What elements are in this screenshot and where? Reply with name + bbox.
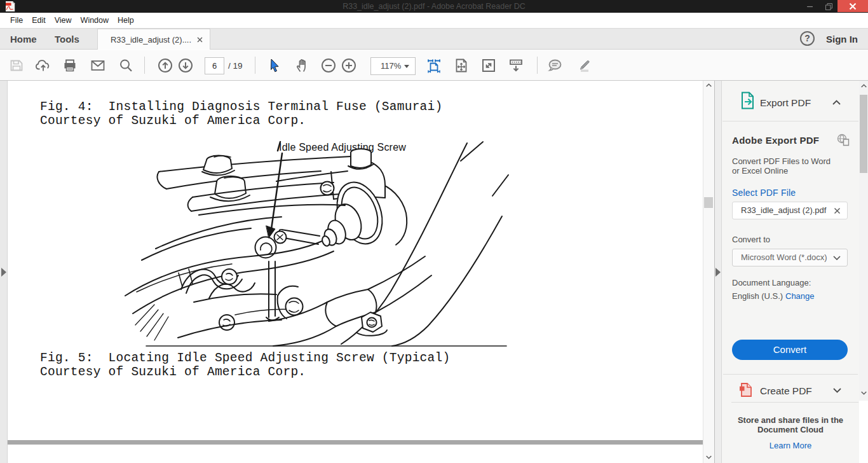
panel-collapse-strip [715, 81, 722, 463]
create-pdf-header[interactable]: Create PDF [760, 385, 812, 397]
convert-button[interactable]: Convert [732, 340, 848, 360]
format-value: Microsoft Word (*.docx) [741, 249, 827, 266]
figure4-caption: Fig. 4: Installing Diagnosis Terminal Fu… [40, 100, 442, 128]
search-icon[interactable] [118, 58, 133, 73]
print-icon[interactable] [62, 58, 78, 73]
left-pane-expand-icon[interactable] [1, 268, 6, 277]
panel-divider [731, 402, 858, 403]
share-cloud-icon[interactable] [36, 58, 51, 73]
panel-divider [722, 121, 858, 121]
selected-file-name: R33_idle_adjust (2).pdf [741, 202, 826, 219]
tab-close-icon[interactable] [196, 36, 203, 43]
toolbar-separator [537, 57, 538, 74]
sign-in-button[interactable]: Sign In [826, 29, 858, 50]
remove-file-icon[interactable] [834, 207, 841, 214]
hide-toolbar-icon[interactable] [508, 58, 524, 73]
tab-bar: Home Tools R33_idle_adjust (2).... ? Sig… [0, 28, 868, 50]
menu-help[interactable]: Help [113, 13, 139, 28]
restore-icon [825, 3, 832, 10]
figure4-caption-line1: Fig. 4: Installing Diagnosis Terminal Fu… [40, 100, 442, 114]
close-icon [849, 3, 857, 10]
tools-panel: Export PDF Adobe Export PDF Convert PDF … [722, 81, 859, 463]
format-dropdown[interactable]: Microsoft Word (*.docx) [732, 249, 848, 266]
engine-diagram [118, 135, 524, 352]
figure5-caption-line1: Fig. 5: Locating Idle Speed Adjusting Sc… [40, 351, 450, 365]
scroll-down-icon[interactable] [703, 455, 714, 459]
document-scrollbar-thumb[interactable] [704, 197, 713, 208]
figure4-caption-line2: Courtesy of Suzuki of America Corp. [40, 114, 306, 128]
title-bar: R33_idle_adjust (2).pdf - Adobe Acrobat … [0, 0, 868, 13]
highlight-icon[interactable] [575, 58, 590, 73]
window-title: R33_idle_adjust (2).pdf - Adobe Acrobat … [0, 0, 868, 13]
dropdown-chevron-icon [833, 256, 841, 260]
figure5-caption-line2: Courtesy of Suzuki of America Corp. [40, 365, 306, 379]
toolbar-separator [144, 57, 145, 74]
expand-chevron-icon[interactable] [833, 388, 841, 393]
minimize-button[interactable] [800, 0, 820, 13]
page-separator-bar [8, 440, 703, 445]
export-pdf-icon [740, 92, 756, 109]
document-scrollbar[interactable] [703, 81, 715, 463]
help-icon[interactable]: ? [800, 31, 815, 46]
zoom-in-icon[interactable] [341, 58, 356, 73]
menu-window[interactable]: Window [76, 13, 113, 28]
document-tab-label: R33_idle_adjust (2).... [111, 35, 191, 45]
menu-file[interactable]: File [6, 13, 27, 28]
page-number-input[interactable]: 6 [205, 57, 224, 74]
description-line1: Convert PDF Files to Word [732, 156, 831, 166]
document-page[interactable]: Fig. 4: Installing Diagnosis Terminal Fu… [8, 81, 703, 463]
create-pdf-icon [739, 382, 752, 397]
toolbar-separator [255, 57, 255, 74]
panel-scroll-down-icon[interactable] [859, 391, 868, 395]
zoom-level-value: 117% [381, 58, 401, 74]
minimize-icon [807, 3, 813, 10]
toolbar: 6 / 19 117% [0, 50, 868, 81]
language-value: English (U.S.) [732, 291, 783, 301]
document-cloud-promo: Store and share files in theDocument Clo… [722, 415, 859, 434]
zoom-caret-icon [404, 65, 409, 68]
left-pane-strip [0, 81, 8, 463]
convert-to-label: Convert to [732, 235, 770, 244]
previous-page-icon[interactable] [158, 58, 173, 73]
hand-tool-icon[interactable] [295, 58, 310, 73]
description-line2: or Excel Online [732, 166, 788, 176]
email-icon[interactable] [90, 58, 105, 73]
promo-line1: Store and share files in the [738, 415, 843, 425]
close-button[interactable] [837, 0, 868, 12]
comment-icon[interactable] [547, 58, 562, 73]
tab-document[interactable]: R33_idle_adjust (2).... [97, 29, 210, 50]
scroll-up-icon[interactable] [703, 83, 714, 87]
zoom-out-icon[interactable] [321, 58, 336, 73]
panel-divider [723, 374, 858, 375]
menu-bar: File Edit View Window Help [0, 13, 868, 28]
fit-page-icon[interactable] [454, 58, 469, 73]
maximize-button[interactable] [820, 0, 837, 13]
panel-collapse-icon[interactable] [715, 268, 721, 277]
select-tool-icon[interactable] [267, 58, 282, 73]
collapse-chevron-icon[interactable] [832, 100, 841, 105]
change-language-link[interactable]: Change [785, 291, 815, 301]
tab-tools[interactable]: Tools [55, 29, 79, 50]
tab-home[interactable]: Home [10, 29, 37, 50]
menu-edit[interactable]: Edit [27, 13, 50, 28]
page-count-label: / 19 [228, 57, 243, 74]
page-scrolling-icon[interactable] [426, 58, 442, 73]
selected-file-box: R33_idle_adjust (2).pdf [732, 202, 848, 219]
save-icon[interactable] [9, 58, 24, 73]
document-language-label: Document Language: [732, 278, 811, 287]
panel-scrollbar[interactable] [859, 81, 868, 401]
zoom-level-dropdown[interactable]: 117% [370, 57, 416, 75]
figure5-caption: Fig. 5: Locating Idle Speed Adjusting Sc… [40, 351, 450, 379]
panel-scrollbar-thumb[interactable] [860, 95, 867, 173]
export-pdf-header[interactable]: Export PDF [760, 97, 811, 109]
select-pdf-file-link[interactable]: Select PDF File [732, 188, 796, 198]
adobe-export-pdf-title: Adobe Export PDF [732, 135, 819, 146]
fit-width-icon[interactable] [481, 58, 496, 73]
cloud-document-icon [837, 134, 850, 146]
next-page-icon[interactable] [178, 58, 193, 73]
promo-line2: Document Cloud [757, 425, 824, 434]
panel-scroll-up-icon[interactable] [859, 84, 868, 88]
menu-view[interactable]: View [50, 13, 76, 28]
learn-more-link[interactable]: Learn More [722, 441, 859, 450]
